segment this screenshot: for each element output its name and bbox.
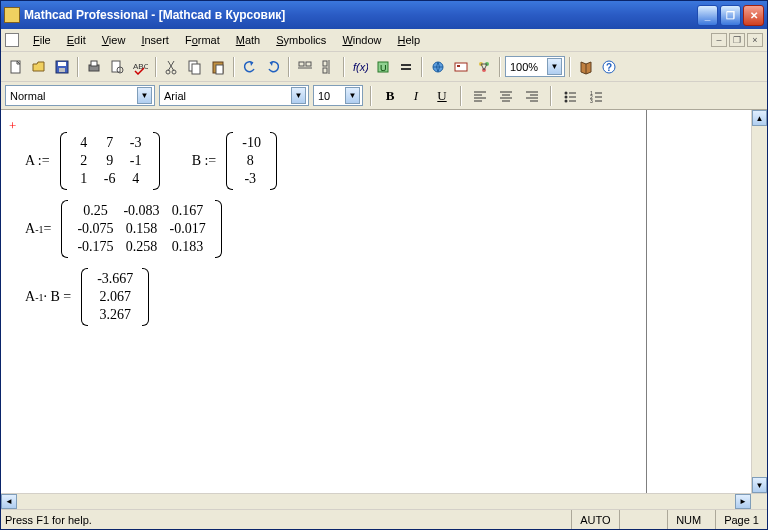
- align-left-button[interactable]: [469, 85, 491, 107]
- chevron-down-icon[interactable]: ▼: [137, 87, 152, 104]
- scroll-track[interactable]: [17, 494, 735, 509]
- menu-edit[interactable]: Edit: [59, 32, 94, 48]
- mdi-close-button[interactable]: ×: [747, 33, 763, 47]
- svg-rect-5: [91, 61, 97, 66]
- bullet-list-button[interactable]: [559, 85, 581, 107]
- horizontal-scrollbar-row: ◄ ►: [1, 493, 767, 509]
- minimize-button[interactable]: _: [697, 5, 718, 26]
- svg-text:f(x): f(x): [353, 61, 368, 73]
- menu-file[interactable]: File: [25, 32, 59, 48]
- content-area: + A := 47-329-11-64 B := -108-3 A: [1, 110, 767, 493]
- zoom-combo[interactable]: 100% ▼: [505, 56, 565, 77]
- label-a-assign: A :=: [25, 153, 50, 169]
- new-button[interactable]: [5, 56, 27, 78]
- calculate-button[interactable]: [395, 56, 417, 78]
- region-a-b-assign[interactable]: A := 47-329-11-64 B := -108-3: [25, 132, 741, 190]
- maximize-button[interactable]: ❐: [720, 5, 741, 26]
- spellcheck-icon: ABC: [132, 59, 148, 75]
- status-blank1: [619, 510, 667, 529]
- undo-button[interactable]: [239, 56, 261, 78]
- chevron-down-icon[interactable]: ▼: [547, 58, 562, 75]
- copy-button[interactable]: [184, 56, 206, 78]
- worksheet[interactable]: + A := 47-329-11-64 B := -108-3 A: [1, 110, 751, 493]
- mdi-restore-button[interactable]: ❐: [729, 33, 745, 47]
- chevron-down-icon[interactable]: ▼: [291, 87, 306, 104]
- close-button[interactable]: ✕: [743, 5, 764, 26]
- svg-rect-28: [457, 65, 460, 67]
- cut-button[interactable]: [161, 56, 183, 78]
- menu-insert[interactable]: Insert: [133, 32, 177, 48]
- scroll-down-button[interactable]: ▼: [752, 477, 767, 493]
- italic-button[interactable]: I: [405, 85, 427, 107]
- menu-format[interactable]: Format: [177, 32, 228, 48]
- right-margin-line: [646, 110, 647, 493]
- bullets-icon: [563, 89, 577, 103]
- help-button[interactable]: ?: [598, 56, 620, 78]
- print-preview-button[interactable]: [106, 56, 128, 78]
- bold-button[interactable]: B: [379, 85, 401, 107]
- region-ainv-b[interactable]: A-1 · B = -3.6672.0673.267: [25, 268, 741, 326]
- connex-icon: [476, 59, 492, 75]
- window-title: Mathcad Professional - [Mathcad в Курсов…: [24, 8, 697, 22]
- insert-function-button[interactable]: f(x): [349, 56, 371, 78]
- align-regions-button[interactable]: [294, 56, 316, 78]
- cut-icon: [164, 59, 180, 75]
- numbered-list-button[interactable]: 123: [585, 85, 607, 107]
- menu-help[interactable]: Help: [390, 32, 429, 48]
- mdi-minimize-button[interactable]: –: [711, 33, 727, 47]
- scroll-right-button[interactable]: ►: [735, 494, 751, 509]
- insert-hyperlink-button[interactable]: [427, 56, 449, 78]
- align-right-icon: [525, 89, 539, 103]
- spellcheck-button[interactable]: ABC: [129, 56, 151, 78]
- print-button[interactable]: [83, 56, 105, 78]
- align-left-icon: [473, 89, 487, 103]
- run-mathconnex-button[interactable]: [473, 56, 495, 78]
- font-combo[interactable]: Arial ▼: [159, 85, 309, 106]
- matrix-a-inverse: 0.25-0.0830.167-0.0750.158-0.017-0.1750.…: [61, 200, 221, 258]
- matrix-b: -108-3: [226, 132, 277, 190]
- scroll-track[interactable]: [752, 126, 767, 477]
- menu-window[interactable]: Window: [334, 32, 389, 48]
- style-combo[interactable]: Normal ▼: [5, 85, 155, 106]
- menu-view[interactable]: View: [94, 32, 134, 48]
- unit-icon: U: [375, 59, 391, 75]
- insert-component-button[interactable]: [450, 56, 472, 78]
- calculate-icon: [398, 59, 414, 75]
- align-center-icon: [499, 89, 513, 103]
- menu-math[interactable]: Math: [228, 32, 268, 48]
- align-center-button[interactable]: [495, 85, 517, 107]
- horizontal-scrollbar[interactable]: ◄ ►: [1, 494, 751, 509]
- resource-center-button[interactable]: [575, 56, 597, 78]
- status-bar: Press F1 for help. AUTO NUM Page 1: [1, 509, 767, 529]
- paste-button[interactable]: [207, 56, 229, 78]
- hyperlink-icon: [430, 59, 446, 75]
- save-button[interactable]: [51, 56, 73, 78]
- svg-text:U: U: [380, 63, 387, 73]
- redo-button[interactable]: [262, 56, 284, 78]
- svg-rect-3: [59, 68, 65, 72]
- svg-text:?: ?: [606, 62, 612, 73]
- print-icon: [86, 59, 102, 75]
- label-a-inverse: A-1 =: [25, 221, 51, 237]
- open-button[interactable]: [28, 56, 50, 78]
- font-value: Arial: [164, 90, 291, 102]
- region-a-inverse[interactable]: A-1 = 0.25-0.0830.167-0.0750.158-0.017-0…: [25, 200, 741, 258]
- scroll-left-button[interactable]: ◄: [1, 494, 17, 509]
- svg-text:ABC: ABC: [133, 62, 148, 71]
- scroll-up-button[interactable]: ▲: [752, 110, 767, 126]
- svg-rect-14: [216, 65, 223, 74]
- chevron-down-icon[interactable]: ▼: [345, 87, 360, 104]
- svg-point-47: [565, 91, 568, 94]
- align-regions-v-button[interactable]: [317, 56, 339, 78]
- align-right-button[interactable]: [521, 85, 543, 107]
- svg-rect-27: [455, 63, 467, 71]
- paste-icon: [210, 59, 226, 75]
- underline-button[interactable]: U: [431, 85, 453, 107]
- insert-unit-button[interactable]: U: [372, 56, 394, 78]
- svg-rect-19: [323, 68, 327, 73]
- font-size-combo[interactable]: 10 ▼: [313, 85, 363, 106]
- menu-symbolics[interactable]: Symbolics: [268, 32, 334, 48]
- vertical-scrollbar[interactable]: ▲ ▼: [751, 110, 767, 493]
- component-icon: [453, 59, 469, 75]
- svg-rect-15: [299, 62, 304, 66]
